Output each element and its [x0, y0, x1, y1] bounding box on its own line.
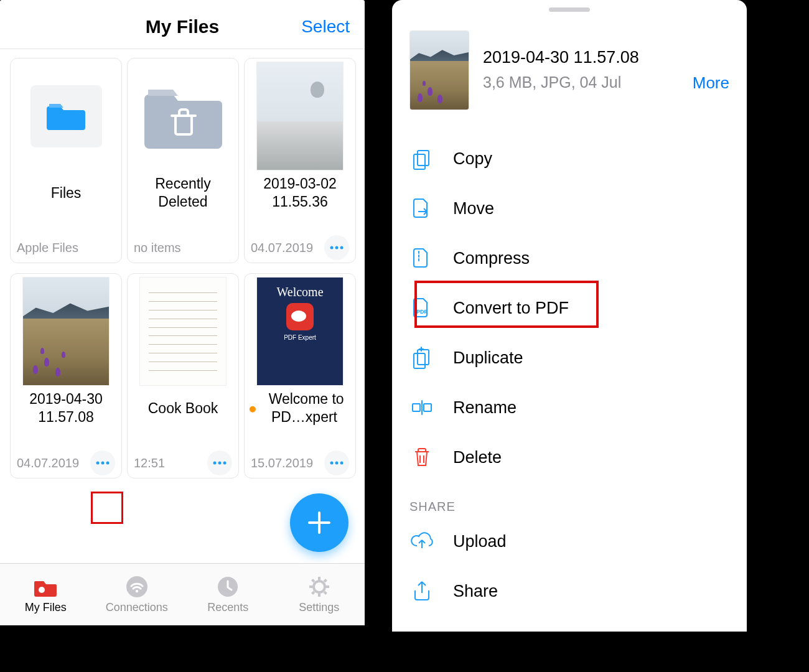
tile-name: Cook Book [144, 389, 222, 427]
action-duplicate[interactable]: Duplicate [392, 333, 747, 383]
svg-rect-24 [424, 404, 431, 411]
tab-connections[interactable]: Connections [91, 564, 183, 625]
action-share[interactable]: Share [392, 566, 747, 616]
action-label: Duplicate [453, 348, 523, 368]
welcome-app: PDF Expert [284, 334, 316, 341]
action-label: Upload [453, 532, 507, 551]
clock-icon [216, 575, 240, 599]
folder-icon [30, 85, 102, 147]
file-tile-cookbook[interactable]: Cook Book 12:51 [127, 273, 239, 478]
page-title: My Files [146, 16, 219, 37]
rename-icon [409, 395, 434, 420]
action-compress[interactable]: Compress [392, 233, 747, 283]
svg-rect-23 [413, 404, 420, 411]
more-options-button[interactable] [324, 235, 349, 260]
sheet-header: 2019-04-30 11.57.08 3,6 MB, JPG, 04 Jul … [392, 12, 747, 116]
upload-cloud-icon [409, 529, 434, 554]
action-label: Rename [453, 398, 517, 418]
action-sheet: 2019-04-30 11.57.08 3,6 MB, JPG, 04 Jul … [392, 0, 747, 632]
duplicate-icon [409, 345, 434, 370]
tile-name: 2019-03-02 11.55.36 [245, 174, 355, 212]
tile-meta: 04.07.2019 [251, 241, 324, 255]
welcome-heading: Welcome [276, 285, 323, 299]
action-label: Convert to PDF [453, 299, 569, 318]
share-section-label: SHARE [392, 482, 747, 516]
sheet-handle[interactable] [549, 7, 590, 12]
tile-meta: 15.07.2019 [251, 456, 324, 470]
svg-point-10 [330, 462, 334, 465]
image-thumbnail: Welcome PDF Expert [245, 274, 355, 389]
file-tile-photo-balloon[interactable]: 2019-03-02 11.55.36 04.07.2019 [244, 58, 356, 263]
action-convert-to-pdf[interactable]: PDF Convert to PDF [392, 283, 747, 333]
share-icon [409, 579, 434, 604]
highlight-annotation [91, 492, 123, 524]
tile-name: ● ● Welcome to PD…xpertWelcome to PD…xpe… [245, 389, 355, 427]
svg-point-6 [106, 462, 110, 465]
folder-tile-files[interactable]: Files Apple Files [10, 58, 122, 263]
tile-name: 2019-04-30 11.57.08 [11, 389, 121, 427]
action-label: Move [453, 199, 494, 218]
svg-point-1 [330, 246, 334, 250]
plus-icon [306, 509, 333, 536]
folder-thumbnail [128, 58, 238, 174]
tab-label: Connections [106, 601, 168, 614]
tab-settings[interactable]: Settings [274, 564, 365, 625]
tile-meta: no items [134, 241, 232, 255]
file-grid: Files Apple Files Rec [0, 49, 365, 478]
trash-icon [409, 445, 434, 470]
pdf-icon: PDF [409, 296, 434, 320]
tile-name: Recently Deleted [128, 174, 238, 212]
svg-point-5 [101, 462, 105, 465]
tab-label: Settings [299, 601, 339, 614]
svg-point-12 [340, 462, 344, 465]
action-delete[interactable]: Delete [392, 432, 747, 482]
svg-point-17 [314, 581, 325, 592]
tab-myfiles[interactable]: My Files [0, 564, 91, 625]
svg-rect-22 [414, 353, 425, 368]
actions-list: Copy Move Compress PDF Convert to PDF Du… [392, 116, 747, 616]
image-thumbnail [128, 274, 238, 389]
compress-icon [409, 246, 434, 271]
svg-point-2 [335, 246, 339, 250]
more-options-button[interactable] [324, 450, 349, 475]
action-label: Compress [453, 249, 530, 268]
action-upload[interactable]: Upload [392, 516, 747, 566]
image-thumbnail [11, 274, 121, 389]
file-browser-screen: My Files Select Files Apple Files [0, 0, 365, 625]
svg-point-4 [96, 462, 100, 465]
select-button[interactable]: Select [301, 17, 350, 37]
file-thumbnail [409, 30, 469, 110]
file-tile-photo-crocus[interactable]: 2019-04-30 11.57.08 04.07.2019 [10, 273, 122, 478]
action-label: Share [453, 582, 498, 601]
action-copy[interactable]: Copy [392, 134, 747, 184]
tab-bar: My Files Connections Recents Settings [0, 563, 365, 625]
action-label: Delete [453, 448, 502, 467]
gear-icon [307, 575, 331, 599]
svg-point-15 [136, 590, 138, 592]
file-tile-welcome-pdf[interactable]: Welcome PDF Expert ● ● Welcome to PD…xpe… [244, 273, 356, 478]
svg-text:PDF: PDF [416, 309, 428, 315]
folder-thumbnail [11, 58, 121, 174]
svg-rect-21 [418, 350, 429, 365]
myfiles-icon [34, 575, 57, 599]
copy-icon [409, 146, 434, 171]
more-link[interactable]: More [693, 73, 729, 93]
more-options-button[interactable] [207, 450, 232, 475]
tab-recents[interactable]: Recents [182, 564, 274, 625]
move-icon [409, 196, 434, 221]
svg-point-3 [340, 246, 344, 250]
folder-tile-recently-deleted[interactable]: Recently Deleted no items [127, 58, 239, 263]
svg-rect-19 [414, 154, 425, 169]
more-options-button[interactable] [90, 450, 115, 475]
image-thumbnail [245, 58, 355, 174]
svg-point-9 [223, 462, 227, 465]
tile-name: Files [47, 174, 85, 212]
action-rename[interactable]: Rename [392, 383, 747, 432]
svg-point-8 [218, 462, 222, 465]
action-move[interactable]: Move [392, 184, 747, 233]
svg-rect-18 [418, 151, 429, 166]
file-name: 2019-04-30 11.57.08 [483, 48, 729, 67]
nav-bar: My Files Select [0, 4, 365, 49]
add-button[interactable] [290, 493, 348, 552]
svg-point-13 [39, 587, 45, 593]
